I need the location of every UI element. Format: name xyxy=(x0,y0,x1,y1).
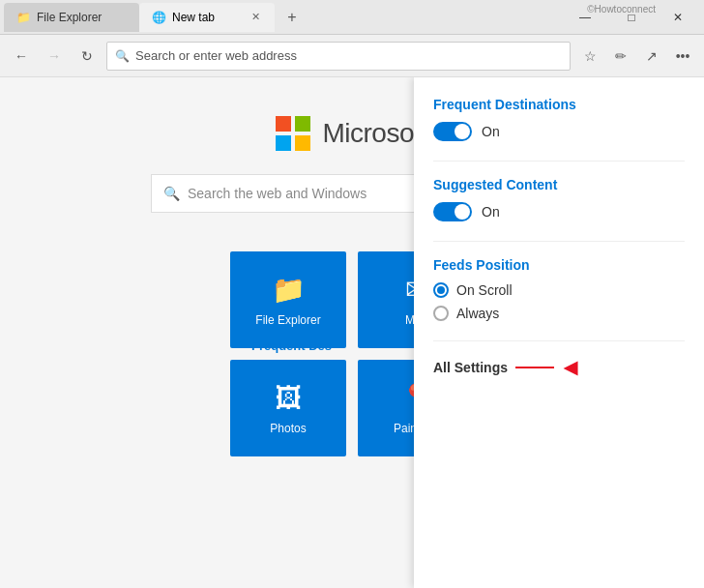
tile-file-explorer[interactable]: 📁 File Explorer xyxy=(230,251,346,348)
close-button[interactable]: ✕ xyxy=(656,2,700,33)
ms-logo-green xyxy=(295,116,310,132)
title-bar: 📁 File Explorer 🌐 New tab ✕ + ©Howtoconn… xyxy=(0,0,704,35)
radio-on-scroll-button[interactable] xyxy=(433,282,449,298)
frequent-destinations-section: Frequent Destinations On xyxy=(433,97,685,141)
frequent-destinations-label: Frequent Destinations xyxy=(433,97,685,112)
frequent-destinations-toggle-row: On xyxy=(433,122,685,141)
page-content: Microsoft 🔍 Search the web and Windows F… xyxy=(0,77,704,588)
more-button[interactable]: ••• xyxy=(669,43,696,70)
tab-new-tab-label: New tab xyxy=(172,11,215,24)
radio-dot xyxy=(437,286,445,294)
frequent-destinations-inline-label: Frequent Des xyxy=(251,338,332,353)
radio-always-button[interactable] xyxy=(433,306,449,321)
favorites-button[interactable]: ☆ xyxy=(576,43,603,70)
radio-always-label: Always xyxy=(456,306,499,321)
frequent-destinations-toggle[interactable] xyxy=(433,122,472,141)
tile-file-explorer-label: File Explorer xyxy=(255,313,320,327)
suggested-content-label: Suggested Content xyxy=(433,177,685,192)
new-tab-tab-icon: 🌐 xyxy=(151,10,166,25)
watermark: ©Howtoconnect xyxy=(587,4,656,15)
toggle-knob-2 xyxy=(455,204,470,220)
divider-3 xyxy=(433,340,685,341)
divider-2 xyxy=(433,241,685,242)
ms-logo-grid xyxy=(276,116,310,151)
refresh-button[interactable]: ↻ xyxy=(73,43,101,70)
microsoft-text: Microsoft xyxy=(322,118,427,149)
settings-panel: Frequent Destinations On Suggested Conte… xyxy=(414,77,704,588)
tile-file-explorer-icon: 📁 xyxy=(272,274,306,306)
frequent-destinations-toggle-label: On xyxy=(482,124,500,139)
search-address-icon: 🔍 xyxy=(115,49,130,63)
forward-button[interactable]: → xyxy=(41,43,68,70)
all-settings-label: All Settings xyxy=(433,360,508,375)
suggested-content-toggle-row: On xyxy=(433,202,685,221)
feeds-position-label: Feeds Position xyxy=(433,257,685,273)
address-bar-text: Search or enter web address xyxy=(135,48,297,63)
search-icon: 🔍 xyxy=(163,186,180,201)
browser-frame: 📁 File Explorer 🌐 New tab ✕ + ©Howtoconn… xyxy=(0,0,704,588)
arrow-line-icon xyxy=(515,367,554,368)
new-tab-button[interactable]: + xyxy=(279,4,306,31)
suggested-content-section: Suggested Content On xyxy=(433,177,685,221)
all-settings-link[interactable]: All Settings ◀ xyxy=(433,357,685,378)
suggested-content-toggle[interactable] xyxy=(433,202,472,221)
toggle-knob xyxy=(455,124,470,139)
microsoft-logo: Microsoft xyxy=(276,116,427,151)
reading-notes-button[interactable]: ✏ xyxy=(607,43,634,70)
nav-bar: ← → ↻ 🔍 Search or enter web address ☆ ✏ … xyxy=(0,35,704,77)
suggested-content-toggle-label: On xyxy=(482,204,500,220)
radio-on-scroll: On Scroll xyxy=(433,282,685,298)
tile-photos-icon: 🖼 xyxy=(275,382,302,414)
tab-file-explorer-label: File Explorer xyxy=(37,11,102,24)
back-button[interactable]: ← xyxy=(8,43,35,70)
close-tab-button[interactable]: ✕ xyxy=(248,10,263,25)
search-placeholder-text: Search the web and Windows xyxy=(188,186,367,201)
share-button[interactable]: ↗ xyxy=(638,43,665,70)
tab-new-tab[interactable]: 🌐 New tab ✕ xyxy=(139,3,275,32)
ms-logo-red xyxy=(276,116,291,132)
tile-photos[interactable]: 🖼 Photos xyxy=(230,360,346,456)
arrow-right-red-icon: ◀ xyxy=(564,357,577,378)
nav-actions: ☆ ✏ ↗ ••• xyxy=(576,43,696,70)
tile-photos-label: Photos xyxy=(270,422,306,435)
radio-always: Always xyxy=(433,306,685,321)
ms-logo-yellow xyxy=(295,135,310,151)
divider-1 xyxy=(433,161,685,162)
address-bar[interactable]: 🔍 Search or enter web address xyxy=(106,42,571,71)
feeds-position-section: Feeds Position On Scroll Always xyxy=(433,257,685,321)
ms-logo-blue xyxy=(276,135,291,151)
radio-on-scroll-label: On Scroll xyxy=(456,282,513,298)
file-explorer-tab-icon: 📁 xyxy=(15,10,31,25)
tab-file-explorer[interactable]: 📁 File Explorer xyxy=(4,3,139,32)
